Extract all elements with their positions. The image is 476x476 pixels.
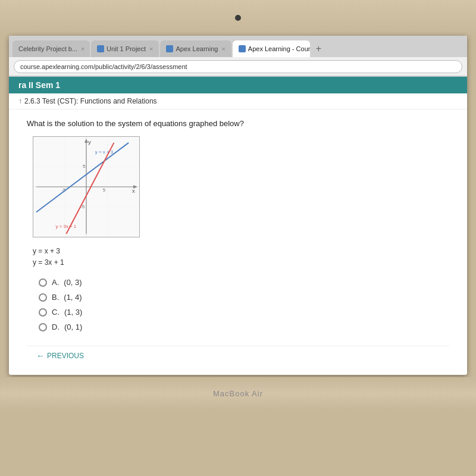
choice-a-label: A.	[52, 278, 59, 287]
graph-svg: y x 5 -5 5 -5	[33, 137, 139, 237]
tab-celebrity-close[interactable]: ×	[81, 45, 84, 52]
breadcrumb-icon: ↑	[18, 97, 22, 105]
tab-apex-courses[interactable]: Apex Learning - Courses ×	[233, 40, 310, 57]
laptop-top-bezel	[0, 0, 476, 36]
tab-add-button[interactable]: +	[311, 40, 326, 57]
choice-c-value: (1, 3)	[64, 308, 82, 317]
address-input[interactable]	[14, 60, 462, 73]
prev-arrow-icon: ←	[36, 351, 45, 361]
equation1: y = x + 3	[33, 246, 449, 257]
tab-apex-icon	[166, 45, 173, 52]
choice-d-label: D.	[52, 322, 60, 331]
laptop-bottom-bezel: MacBook Air	[0, 377, 476, 410]
radio-a[interactable]	[39, 278, 47, 287]
radio-d[interactable]	[39, 323, 47, 331]
equation2: y = 3x + 1	[33, 257, 449, 268]
svg-text:y = 3x + 1: y = 3x + 1	[56, 224, 77, 229]
previous-label: PREVIOUS	[47, 352, 84, 360]
tab-unit1[interactable]: Unit 1 Project ×	[91, 40, 159, 57]
tab-apex[interactable]: Apex Learning ×	[160, 40, 231, 57]
graph-container: y x 5 -5 5 -5	[33, 136, 140, 237]
tab-apex-close[interactable]: ×	[221, 45, 225, 52]
main-content: What is the solution to the system of eq…	[9, 109, 467, 375]
tab-apex-courses-label: Apex Learning - Courses	[248, 45, 310, 52]
answer-choices: A. (0, 3) B. (1, 4) C. (1, 3) D. (0, 1)	[39, 278, 449, 331]
choice-b[interactable]: B. (1, 4)	[39, 293, 449, 302]
choice-a-value: (0, 3)	[64, 278, 82, 287]
equations: y = x + 3 y = 3x + 1	[33, 246, 449, 268]
tab-unit1-close[interactable]: ×	[149, 45, 153, 52]
browser-chrome: Celebrity Project b... × Unit 1 Project …	[9, 36, 467, 77]
previous-button[interactable]: ← PREVIOUS	[36, 351, 440, 361]
radio-b[interactable]	[39, 293, 47, 302]
choice-b-label: B.	[52, 293, 59, 302]
choice-c[interactable]: C. (1, 3)	[39, 308, 449, 317]
tab-apex-label: Apex Learning	[176, 45, 218, 52]
nav-buttons: ← PREVIOUS	[27, 346, 449, 365]
choice-d[interactable]: D. (0, 1)	[39, 322, 449, 331]
choice-d-value: (0, 1)	[64, 322, 82, 331]
choice-a[interactable]: A. (0, 3)	[39, 278, 449, 287]
tab-celebrity[interactable]: Celebrity Project b... ×	[12, 40, 90, 57]
page-header-text: ra II Sem 1	[18, 80, 60, 90]
browser-screen: Celebrity Project b... × Unit 1 Project …	[9, 36, 467, 375]
address-bar	[9, 57, 467, 76]
svg-text:5: 5	[103, 187, 106, 193]
page-header: ra II Sem 1	[9, 77, 467, 93]
tab-unit1-icon	[97, 45, 104, 52]
breadcrumb-text: 2.6.3 Test (CST): Functions and Relation…	[24, 97, 157, 105]
svg-text:y = x + 3: y = x + 3	[95, 149, 114, 155]
tab-unit1-label: Unit 1 Project	[107, 45, 146, 52]
webcam	[235, 15, 241, 21]
question-text: What is the solution to the system of eq…	[27, 119, 449, 128]
svg-text:y: y	[88, 139, 91, 145]
tab-bar: Celebrity Project b... × Unit 1 Project …	[9, 36, 467, 57]
svg-text:5: 5	[83, 164, 86, 169]
breadcrumb: ↑ 2.6.3 Test (CST): Functions and Relati…	[9, 93, 467, 109]
tab-apex-courses-icon	[239, 45, 246, 52]
radio-c[interactable]	[39, 308, 47, 317]
choice-b-value: (1, 4)	[64, 293, 82, 302]
tab-celebrity-label: Celebrity Project b...	[18, 45, 77, 52]
red-line	[66, 143, 114, 234]
macbook-label: MacBook Air	[213, 389, 263, 398]
svg-text:x: x	[132, 187, 135, 194]
choice-c-label: C.	[52, 308, 60, 317]
